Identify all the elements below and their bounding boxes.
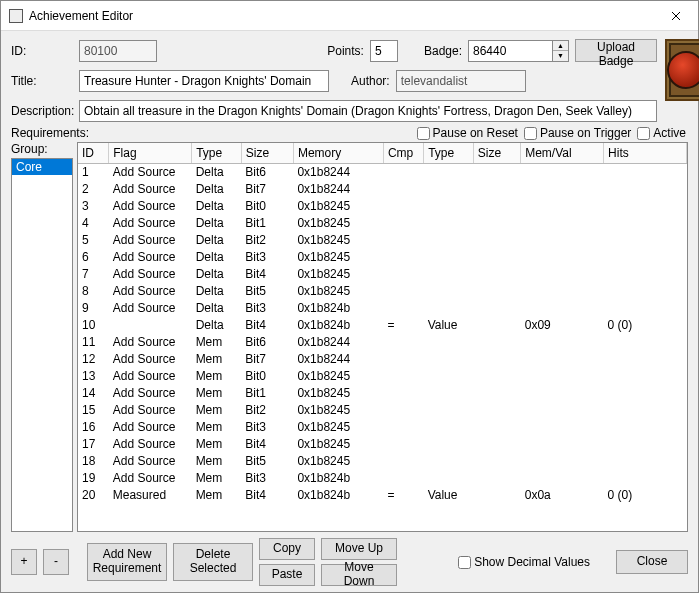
requirements-grid[interactable]: ID Flag Type Size Memory Cmp Type Size M… [77,142,688,532]
title-field[interactable] [79,70,329,92]
table-row[interactable]: 17Add SourceMemBit40x1b8245 [78,435,687,452]
titlebar: Achievement Editor [1,1,698,31]
window-title: Achievement Editor [29,9,133,23]
col-type[interactable]: Type [192,143,242,163]
group-list[interactable]: Core [11,158,73,532]
close-icon [671,11,681,21]
app-icon [9,9,23,23]
group-label: Group: [11,142,73,156]
table-row[interactable]: 1Add SourceDeltaBit60x1b8244 [78,163,687,180]
id-label: ID: [11,44,73,58]
table-row[interactable]: 2Add SourceDeltaBit70x1b8244 [78,180,687,197]
title-label: Title: [11,74,73,88]
table-row[interactable]: 15Add SourceMemBit20x1b8245 [78,401,687,418]
badge-image [665,39,699,101]
col-flag[interactable]: Flag [109,143,192,163]
show-decimal-checkbox[interactable]: Show Decimal Values [458,555,590,569]
col-id[interactable]: ID [78,143,109,163]
table-row[interactable]: 13Add SourceMemBit00x1b8245 [78,367,687,384]
pause-on-reset-checkbox[interactable]: Pause on Reset [417,126,518,140]
table-row[interactable]: 5Add SourceDeltaBit20x1b8245 [78,231,687,248]
upload-badge-button[interactable]: Upload Badge [575,39,657,62]
col-memory[interactable]: Memory [293,143,383,163]
badge-icon [667,51,699,89]
table-row[interactable]: 8Add SourceDeltaBit50x1b8245 [78,282,687,299]
table-row[interactable]: 10DeltaBit40x1b824b=Value0x090 (0) [78,316,687,333]
table-row[interactable]: 9Add SourceDeltaBit30x1b824b [78,299,687,316]
table-row[interactable]: 19Add SourceMemBit30x1b824b [78,469,687,486]
badge-label: Badge: [424,44,462,58]
grid-header-row: ID Flag Type Size Memory Cmp Type Size M… [78,143,687,163]
group-item-core[interactable]: Core [12,159,72,175]
add-new-requirement-button[interactable]: Add New Requirement [87,543,167,581]
active-checkbox[interactable]: Active [637,126,686,140]
remove-group-button[interactable]: - [43,549,69,575]
col-cmp[interactable]: Cmp [383,143,423,163]
points-label: Points: [327,44,364,58]
col-memval[interactable]: Mem/Val [521,143,604,163]
description-field[interactable] [79,100,657,122]
table-row[interactable]: 6Add SourceDeltaBit30x1b8245 [78,248,687,265]
table-row[interactable]: 20MeasuredMemBit40x1b824b=Value0x0a0 (0) [78,486,687,503]
col-hits[interactable]: Hits [604,143,687,163]
points-field[interactable] [370,40,398,62]
table-row[interactable]: 3Add SourceDeltaBit00x1b8245 [78,197,687,214]
author-label: Author: [351,74,390,88]
author-field[interactable] [396,70,526,92]
badge-spinner[interactable]: ▲▼ [553,40,569,62]
requirements-label: Requirements: [11,126,89,140]
table-row[interactable]: 18Add SourceMemBit50x1b8245 [78,452,687,469]
window-close-button[interactable] [653,1,698,31]
col-size[interactable]: Size [241,143,293,163]
move-up-button[interactable]: Move Up [321,538,397,560]
table-row[interactable]: 16Add SourceMemBit30x1b8245 [78,418,687,435]
table-row[interactable]: 12Add SourceMemBit70x1b8244 [78,350,687,367]
copy-button[interactable]: Copy [259,538,315,560]
table-row[interactable]: 14Add SourceMemBit10x1b8245 [78,384,687,401]
achievement-editor-window: Achievement Editor ID: Points: Badge: [0,0,699,593]
paste-button[interactable]: Paste [259,564,315,586]
move-down-button[interactable]: Move Down [321,564,397,586]
table-row[interactable]: 7Add SourceDeltaBit40x1b8245 [78,265,687,282]
id-field[interactable] [79,40,157,62]
pause-on-trigger-checkbox[interactable]: Pause on Trigger [524,126,631,140]
table-row[interactable]: 11Add SourceMemBit60x1b8244 [78,333,687,350]
description-label: Description: [11,104,73,118]
col-size2[interactable]: Size [473,143,520,163]
badge-field[interactable] [468,40,553,62]
table-row[interactable]: 4Add SourceDeltaBit10x1b8245 [78,214,687,231]
add-group-button[interactable]: + [11,549,37,575]
delete-selected-button[interactable]: Delete Selected [173,543,253,581]
col-type2[interactable]: Type [424,143,474,163]
close-button[interactable]: Close [616,550,688,574]
